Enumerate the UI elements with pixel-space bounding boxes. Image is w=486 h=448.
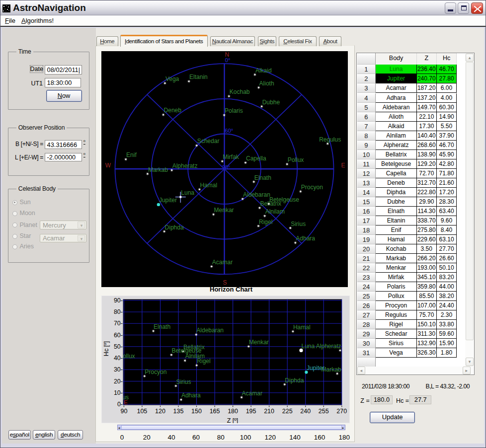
svg-text:Z [º]: Z [º] (227, 417, 239, 424)
svg-text:E: E (341, 162, 345, 169)
svg-text:50-: 50- (114, 343, 123, 350)
svg-text:Luna: Luna (302, 343, 315, 350)
svg-text:105: 105 (137, 408, 147, 415)
svg-text:W: W (105, 162, 111, 169)
svg-text:60-: 60- (114, 332, 123, 339)
svg-text:Markab: Markab (148, 166, 168, 173)
svg-text:90-: 90- (114, 297, 123, 304)
svg-text:Vega: Vega (165, 75, 179, 82)
svg-text:Deneb: Deneb (164, 107, 182, 114)
svg-text:Luna: Luna (181, 189, 194, 196)
svg-text:80-: 80- (114, 308, 123, 315)
svg-text:0-: 0- (117, 401, 123, 408)
svg-text:Rigel: Rigel (197, 358, 210, 365)
svg-text:Alnilam: Alnilam (265, 208, 285, 215)
svg-text:90: 90 (120, 408, 127, 415)
svg-text:210: 210 (264, 408, 274, 415)
svg-text:Eltanin: Eltanin (189, 74, 208, 80)
svg-text:Hamal: Hamal (293, 324, 311, 331)
svg-text:Menkar: Menkar (249, 339, 269, 346)
svg-text:Diphda: Diphda (165, 224, 184, 231)
svg-text:Mirfak: Mirfak (223, 153, 240, 160)
svg-text:Enif: Enif (126, 151, 137, 158)
svg-text:Polaris: Polaris (225, 107, 243, 114)
svg-text:Elnath: Elnath (154, 323, 170, 330)
svg-text:Adhara: Adhara (181, 392, 201, 399)
svg-text:Sirius: Sirius (176, 378, 191, 385)
svg-text:135: 135 (173, 408, 184, 415)
svg-text:Alkaid: Alkaid (255, 67, 272, 74)
svg-text:Menkar: Menkar (214, 207, 234, 214)
svg-text:Aldebaran: Aldebaran (243, 191, 270, 198)
svg-text:270: 270 (336, 408, 347, 415)
svg-text:60°: 60° (225, 128, 234, 134)
svg-text:Betelgeuse: Betelgeuse (269, 196, 299, 203)
svg-text:Alpheratz: Alpheratz (316, 343, 341, 350)
svg-text:Alpheratz: Alpheratz (172, 162, 198, 169)
svg-text:Acamar: Acamar (242, 390, 262, 397)
svg-text:Rigel: Rigel (259, 219, 272, 225)
svg-text:20-: 20- (114, 378, 123, 385)
svg-text:40-: 40- (114, 355, 123, 362)
svg-text:Adhara: Adhara (296, 235, 315, 242)
svg-text:Schedar: Schedar (197, 138, 220, 145)
svg-text:Sirius: Sirius (291, 221, 306, 227)
svg-text:70-: 70- (114, 320, 123, 327)
svg-text:30-: 30- (114, 366, 123, 373)
svg-text:Dubhe: Dubhe (262, 99, 280, 106)
svg-text:Jupiter: Jupiter (159, 197, 177, 204)
svg-text:Alioth: Alioth (259, 80, 274, 87)
svg-text:0°: 0° (225, 57, 231, 63)
svg-text:240: 240 (300, 408, 311, 415)
svg-text:Hamal: Hamal (200, 182, 217, 189)
svg-text:Elnath: Elnath (254, 174, 271, 181)
svg-text:255: 255 (319, 408, 329, 415)
svg-text:165: 165 (210, 408, 220, 415)
svg-text:S: S (223, 279, 227, 286)
svg-text:10-: 10- (114, 389, 123, 396)
svg-text:Aldebaran: Aldebaran (196, 327, 224, 334)
svg-text:Capella: Capella (246, 155, 266, 162)
svg-text:Regulus: Regulus (319, 136, 341, 143)
svg-text:Procyon: Procyon (301, 184, 323, 191)
svg-text:Diphda: Diphda (285, 377, 304, 384)
svg-text:Betelgeuse: Betelgeuse (171, 347, 201, 354)
svg-text:Markab: Markab (321, 366, 341, 373)
svg-text:195: 195 (246, 408, 256, 415)
svg-text:Kochab: Kochab (230, 88, 250, 95)
svg-text:Acamar: Acamar (212, 259, 233, 266)
svg-text:Hc [º]: Hc [º] (103, 341, 110, 356)
svg-text:225: 225 (282, 408, 293, 415)
svg-text:120: 120 (155, 408, 165, 415)
svg-text:150: 150 (191, 408, 202, 415)
svg-text:Pollux: Pollux (288, 156, 304, 163)
svg-text:Procyon: Procyon (145, 369, 166, 375)
svg-text:180: 180 (228, 408, 238, 415)
